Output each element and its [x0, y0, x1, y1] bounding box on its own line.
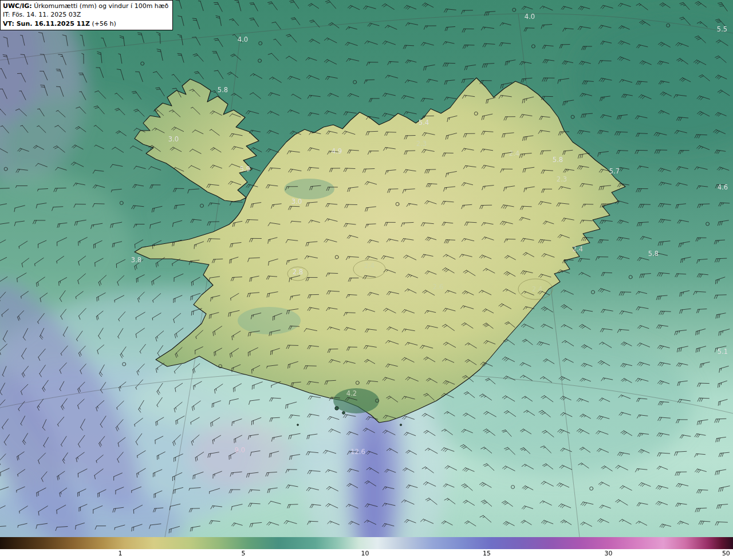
precip-value-label: 4.2: [346, 389, 357, 397]
precip-value-label: 2.3: [416, 140, 427, 148]
precip-value-label: 5.9: [240, 165, 250, 173]
precip-value-label: 2.4: [532, 285, 542, 293]
colorbar-tick-50: 50: [722, 550, 730, 557]
map-title: Úrkomumætti (mm) og vindur í 100m hæð: [32, 2, 169, 10]
valid-time-line: VT: Sun. 16.11.2025 11Z (+56 h): [3, 19, 168, 28]
precip-value-label: 9.0: [235, 446, 245, 454]
precip-value-label: 5.1: [718, 348, 728, 356]
colorbar-tick-row: 1510153050: [0, 549, 733, 560]
precip-value-label: 5.7: [609, 167, 620, 175]
init-time-line: IT: Fös. 14. 11. 2025 03Z: [3, 10, 168, 19]
precip-value-label: 5.8: [648, 250, 659, 258]
precip-value-label: 2.4: [509, 149, 519, 157]
precip-value-label: 4.6: [718, 183, 728, 191]
precip-value-label: 5.5: [717, 25, 727, 33]
colorbar-tick-1: 1: [118, 550, 122, 557]
precip-value-label: 2.4: [573, 245, 583, 253]
precip-value-label: 5.4: [419, 119, 429, 127]
map-info-box: UWC/IG: Úrkomumætti (mm) og vindur í 100…: [0, 0, 173, 30]
weather-map-page: 4.05.54.05.85.42.33.04.92.45.85.75.92.34…: [0, 0, 733, 560]
precip-value-label: 3.0: [168, 135, 179, 143]
colorbar-tick-10: 10: [361, 550, 369, 557]
precipitation-colorbar: 1510153050: [0, 537, 733, 560]
precip-value-label: 2.8: [293, 268, 303, 276]
precip-value-label: 5.8: [218, 86, 228, 94]
precip-value-label: 4.0: [238, 36, 248, 44]
inland-moist-patch: [284, 179, 334, 199]
colorbar-tick-30: 30: [604, 550, 612, 557]
precip-value-label: 3.0: [291, 198, 302, 206]
precip-value-label: 2.3: [557, 175, 567, 183]
precip-value-label: 2.6: [433, 283, 443, 291]
valid-offset: (+56 h): [90, 20, 116, 27]
weather-map: 4.05.54.05.85.42.33.04.92.45.85.75.92.34…: [0, 0, 733, 537]
precip-value-label: 5.8: [553, 156, 563, 164]
colorbar-tick-15: 15: [483, 550, 491, 557]
model-name: UWC/IG:: [3, 2, 32, 10]
valid-time: VT: Sun. 16.11.2025 11Z: [3, 20, 90, 27]
precip-value-label: 4.0: [525, 13, 535, 21]
inland-moist-patch: [238, 307, 301, 334]
precip-value-label: 12.6: [350, 448, 365, 456]
colorbar-gradient: [0, 537, 733, 549]
colorbar-tick-5: 5: [241, 550, 245, 557]
map-title-line: UWC/IG: Úrkomumætti (mm) og vindur í 100…: [3, 2, 168, 10]
precip-value-label: 4.9: [332, 147, 342, 155]
precip-value-label: 3.8: [131, 256, 141, 264]
precip-value-label: 2.4: [364, 262, 375, 270]
